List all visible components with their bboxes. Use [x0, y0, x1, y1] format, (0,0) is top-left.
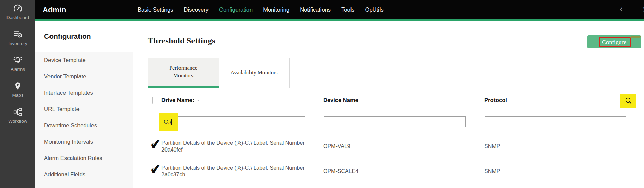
chevron-left-icon[interactable]: ‹	[619, 4, 623, 14]
nav-tools[interactable]: Tools	[341, 6, 355, 13]
menu-item-device-template[interactable]: Device Template	[35, 52, 133, 68]
sidebar-item-maps[interactable]: Maps	[12, 81, 23, 98]
row-checkbox[interactable]	[152, 168, 157, 173]
drive-name-filter-input[interactable]	[161, 116, 305, 127]
menu-item-interface-templates[interactable]: Interface Templates	[35, 84, 133, 101]
menu-item-monitoring-intervals[interactable]: Monitoring Intervals	[35, 134, 133, 150]
sidebar-item-inventory[interactable]: Inventory	[8, 30, 27, 46]
filter-value-text: C:\	[164, 119, 171, 125]
top-navigation: Basic Settings Discovery Configuration M…	[138, 0, 384, 19]
nav-configuration[interactable]: Configuration	[219, 6, 253, 13]
sidebar-item-alarms[interactable]: Alarms	[11, 56, 25, 72]
monitor-name-cell: Partition Details of the Device (%)-C:\ …	[161, 164, 323, 178]
row-checkbox[interactable]	[152, 143, 157, 148]
workflow-icon	[13, 107, 23, 117]
nav-oputils[interactable]: OpUtils	[365, 6, 384, 13]
monitor-name-cell: Partition Details of the Device (%)-C:\ …	[161, 140, 323, 153]
nav-basic-settings[interactable]: Basic Settings	[138, 6, 173, 13]
page-title: Threshold Settings	[148, 36, 644, 45]
protocol-cell: SNMP	[484, 168, 614, 174]
nav-monitoring[interactable]: Monitoring	[263, 6, 289, 13]
chevron-right-icon[interactable]: ›	[643, 4, 644, 14]
gauge-icon	[13, 4, 23, 13]
menu-item-url-template[interactable]: URL Template	[35, 101, 133, 117]
top-bar: Admin Basic Settings Discovery Configura…	[35, 0, 644, 19]
bell-icon	[13, 56, 23, 65]
accent-divider	[35, 19, 644, 21]
sidebar-item-label: Inventory	[8, 41, 27, 46]
highlight-annotation	[630, 36, 641, 38]
nav-notifications[interactable]: Notifications	[300, 6, 331, 13]
panel-title: Configuration	[44, 32, 91, 41]
sidebar-item-workflow[interactable]: Workflow	[8, 107, 27, 124]
protocol-filter-input[interactable]	[485, 116, 626, 127]
protocol-cell: SNMP	[484, 143, 614, 150]
text-cursor	[171, 119, 172, 125]
column-header-protocol[interactable]: Protocol	[484, 97, 614, 104]
table-row: ✔ Partition Details of the Device (%)-C:…	[148, 159, 641, 184]
main-content: Threshold Settings Configure Performance…	[133, 21, 644, 188]
device-name-cell: OPM-VAL9	[323, 143, 484, 150]
icon-sidebar: Dashboard Inventory Alarms	[0, 0, 35, 188]
nav-discovery[interactable]: Discovery	[184, 6, 209, 13]
threshold-table: Drive Name: ▲ Device Name Protocol	[148, 91, 641, 184]
device-name-cell: OPM-SCALE4	[323, 168, 484, 174]
highlight-annotation: C:\	[159, 113, 178, 131]
sidebar-item-label: Workflow	[8, 119, 27, 124]
page-context-title: Admin	[43, 5, 66, 14]
monitor-tabs: Performance Monitors Availability Monito…	[148, 58, 644, 88]
tab-availability-monitors[interactable]: Availability Monitors	[219, 58, 290, 88]
menu-item-downtime-schedules[interactable]: Downtime Schedules	[35, 117, 133, 134]
sort-asc-icon[interactable]: ▲	[197, 99, 200, 102]
inventory-icon	[13, 30, 23, 39]
configuration-menu: Device Template Vendor Template Interfac…	[35, 52, 133, 183]
sidebar-item-label: Alarms	[11, 67, 25, 72]
menu-item-vendor-template[interactable]: Vendor Template	[35, 68, 133, 84]
configure-button[interactable]: Configure	[587, 35, 641, 48]
column-header-device-name[interactable]: Device Name	[323, 97, 484, 104]
sidebar-item-label: Dashboard	[6, 15, 29, 20]
search-icon[interactable]	[625, 97, 632, 106]
table-row: ✔ Partition Details of the Device (%)-C:…	[148, 134, 641, 159]
app-window: Dashboard Inventory Alarms	[0, 0, 644, 188]
tab-performance-monitors[interactable]: Performance Monitors	[148, 58, 219, 88]
annotation-red-box	[599, 37, 631, 47]
menu-item-additional-fields[interactable]: Additional Fields	[35, 166, 133, 183]
map-pin-icon	[13, 81, 23, 91]
column-header-drive-name[interactable]: Drive Name:	[161, 97, 194, 104]
table-header-row: Drive Name: ▲ Device Name Protocol	[148, 91, 641, 110]
search-highlight	[620, 94, 636, 108]
select-all-checkbox[interactable]	[152, 97, 153, 104]
menu-item-alarm-escalation-rules[interactable]: Alarm Escalation Rules	[35, 150, 133, 166]
sidebar-item-label: Maps	[12, 93, 23, 98]
sidebar-item-dashboard[interactable]: Dashboard	[6, 4, 29, 20]
device-name-filter-input[interactable]	[324, 116, 466, 127]
filter-row: C:\	[148, 110, 641, 134]
configuration-panel: Configuration Device Template Vendor Tem…	[35, 21, 133, 188]
